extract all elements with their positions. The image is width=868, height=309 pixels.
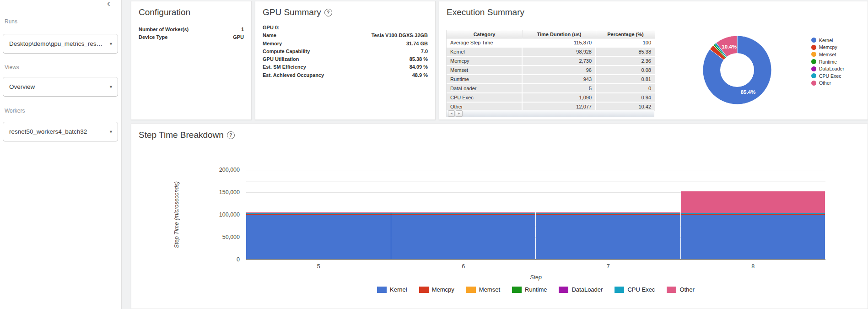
table-cell: Runtime xyxy=(447,75,523,84)
configuration-row: Device TypeGPU xyxy=(131,34,251,42)
gpu-summary-card: GPU Summary ? GPU 0:NameTesla V100-DGXS-… xyxy=(255,1,436,120)
table-cell: 100 xyxy=(596,38,655,48)
bar-legend-item: Memcpy xyxy=(419,286,454,293)
table-cell: 1,090 xyxy=(523,93,596,103)
table-row: CPU Exec1,0900.94 xyxy=(447,93,655,103)
gpu-summary-value: Tesla V100-DGXS-32GB xyxy=(372,33,428,38)
views-select-value: Overview xyxy=(9,83,35,90)
sidebar: ‹ Runs Desktop\demo\gpu_metrics_resnet..… xyxy=(0,0,122,309)
gpu-summary-title: GPU Summary ? xyxy=(255,1,435,20)
workers-select[interactable]: resnet50_workers4_batch32 ▼ xyxy=(3,122,118,141)
gpu-summary-row: GPU 0: xyxy=(255,25,435,33)
runs-select-value: Desktop\demo\gpu_metrics_resnet... xyxy=(9,40,105,47)
table-cell: 2.36 xyxy=(596,57,655,66)
table-row: Runtime9430.81 xyxy=(447,75,655,84)
configuration-row: Number of Worker(s)1 xyxy=(131,27,251,34)
bar-segment[interactable] xyxy=(391,212,536,213)
bar-segment[interactable] xyxy=(681,214,825,214)
bar-segment[interactable] xyxy=(536,214,680,214)
table-header-row: CategoryTime Duration (us)Percentage (%) xyxy=(447,30,655,38)
table-cell: DataLoader xyxy=(447,84,523,93)
category-pie-chart[interactable]: 85.4%10.4% xyxy=(694,28,781,113)
gpu-summary-label: Compute Capability xyxy=(263,49,310,54)
configuration-card: Configuration Number of Worker(s)1Device… xyxy=(131,1,252,120)
pie-legend-label: Other xyxy=(819,80,831,86)
y-tick-label: 0 xyxy=(208,256,240,263)
configuration-label: Number of Worker(s) xyxy=(139,27,189,32)
bar-segment[interactable] xyxy=(681,215,825,260)
pie-legend: KernelMemcpyMemsetRuntimeDataLoaderCPU E… xyxy=(811,37,844,87)
bar-legend-item: Memset xyxy=(466,286,500,293)
bar-segment[interactable] xyxy=(536,214,680,215)
bar-segment[interactable] xyxy=(246,214,391,215)
collapse-sidebar-icon[interactable]: ‹ xyxy=(107,0,110,9)
x-axis-line xyxy=(246,259,825,260)
gpu-summary-row: Memory31.74 GB xyxy=(255,41,435,49)
pie-legend-label: Memcpy xyxy=(819,44,837,50)
table-header-cell: Time Duration (us) xyxy=(523,30,596,38)
views-label: Views xyxy=(5,64,19,70)
bar-segment[interactable] xyxy=(246,212,391,213)
bar-legend-item: DataLoader xyxy=(559,286,603,293)
execution-summary-title: Execution Summary xyxy=(439,1,868,20)
bar-segment[interactable] xyxy=(391,214,536,215)
pie-legend-item: CPU Exec xyxy=(811,72,844,80)
gpu-summary-label: Est. SM Efficiency xyxy=(263,64,306,70)
table-cell: Kernel xyxy=(447,48,523,57)
bar-segment[interactable] xyxy=(391,215,536,260)
pie-legend-item: Other xyxy=(811,80,844,87)
runs-select[interactable]: Desktop\demo\gpu_metrics_resnet... ▼ xyxy=(3,34,118,54)
donut-hole xyxy=(720,53,754,87)
runs-label: Runs xyxy=(5,18,17,25)
table-cell: 0.81 xyxy=(596,75,655,84)
gpu-summary-row: Est. SM Efficiency84.09 % xyxy=(255,64,435,72)
pie-legend-item: Memcpy xyxy=(811,44,844,51)
configuration-value: 1 xyxy=(241,27,244,32)
table-cell: 96 xyxy=(523,66,596,75)
configuration-value: GPU xyxy=(233,34,244,40)
bar-legend-label: Runtime xyxy=(525,286,547,293)
gpu-summary-label: Memory xyxy=(263,41,282,46)
table-cell: Memcpy xyxy=(447,57,523,66)
pie-legend-item: Runtime xyxy=(811,58,844,65)
bar-segment[interactable] xyxy=(391,214,536,214)
x-tick-label: 5 xyxy=(317,263,320,270)
legend-dot-icon xyxy=(811,45,816,50)
help-icon[interactable]: ? xyxy=(227,131,235,139)
y-tick-label: 200,000 xyxy=(208,167,240,173)
table-header-cell: Percentage (%) xyxy=(596,30,655,38)
gpu-summary-value: 84.09 % xyxy=(410,64,428,70)
pie-slice-label: 10.4% xyxy=(722,44,737,49)
bar-segment[interactable] xyxy=(681,214,825,215)
bar-legend: KernelMemcpyMemsetRuntimeDataLoaderCPU E… xyxy=(246,286,825,293)
next-page-button[interactable]: ► xyxy=(456,110,463,117)
table-cell: 2,730 xyxy=(523,57,596,66)
gpu-summary-row: Est. Achieved Occupancy48.9 % xyxy=(255,72,435,80)
views-select[interactable]: Overview ▼ xyxy=(3,77,118,97)
prev-page-button[interactable]: ◄ xyxy=(448,110,455,117)
bar-legend-item: CPU Exec xyxy=(615,286,655,293)
pie-legend-item: Kernel xyxy=(811,37,844,44)
y-tick-label: 50,000 xyxy=(208,234,240,240)
bar-segment[interactable] xyxy=(246,214,391,214)
table-pager: ◄ ► xyxy=(446,110,654,117)
legend-dot-icon xyxy=(811,73,816,78)
gpu-summary-label: GPU Utilization xyxy=(263,56,299,62)
bar-segment[interactable] xyxy=(246,215,391,260)
gpu-summary-value: 31.74 GB xyxy=(406,41,428,46)
help-icon[interactable]: ? xyxy=(324,9,332,16)
bar-segment[interactable] xyxy=(536,212,680,213)
gpu-summary-label: Est. Achieved Occupancy xyxy=(263,72,324,78)
sidebar-header: ‹ xyxy=(0,0,121,14)
y-axis-title: Step Time (microseconds) xyxy=(173,181,180,248)
table-row: Kernel98,92885.38 xyxy=(447,48,655,57)
table-cell: 5 xyxy=(523,84,596,93)
execution-summary-card: Execution Summary CategoryTime Duration … xyxy=(439,1,868,120)
gpu-summary-label: GPU 0: xyxy=(263,25,280,30)
bar-segment[interactable] xyxy=(536,215,680,260)
step-time-breakdown-title: Step Time Breakdown ? xyxy=(131,124,868,143)
minor-gridline xyxy=(246,181,825,182)
bar-segment[interactable] xyxy=(681,191,825,213)
gridline xyxy=(246,170,825,170)
bar-legend-item: Other xyxy=(667,286,695,293)
